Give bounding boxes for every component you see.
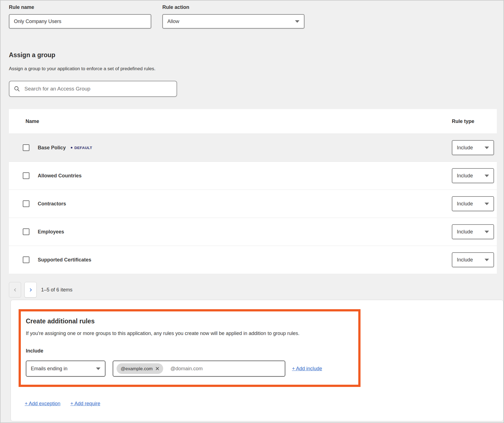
search-icon xyxy=(14,86,20,92)
rule-type-value: Include xyxy=(457,257,473,263)
rule-criteria-value: Emails ending in xyxy=(31,366,67,372)
chevron-down-icon xyxy=(485,147,489,149)
email-tag: @example.com xyxy=(117,363,163,374)
create-rules-description: If you're assigning one or more groups t… xyxy=(26,331,352,336)
row-checkbox[interactable] xyxy=(23,228,29,235)
add-include-link[interactable]: + Add include xyxy=(292,366,322,372)
chevron-down-icon xyxy=(96,367,100,370)
table-row: Contractors Include xyxy=(9,190,497,218)
chevron-left-icon xyxy=(13,288,17,292)
default-badge: DEFAULT xyxy=(71,146,92,150)
group-name: Base Policy xyxy=(38,145,66,151)
rule-criteria-select[interactable]: Emails ending in xyxy=(26,361,105,377)
column-header-name: Name xyxy=(26,119,39,124)
group-name: Supported Certificates xyxy=(38,257,91,263)
rule-type-select[interactable]: Include xyxy=(452,196,494,211)
rule-type-select[interactable]: Include xyxy=(452,168,494,183)
rule-type-value: Include xyxy=(457,145,473,151)
create-rules-heading: Create additional rules xyxy=(26,318,352,325)
rule-name-input[interactable] xyxy=(9,14,151,29)
rule-type-select[interactable]: Include xyxy=(452,252,494,267)
email-domains-input[interactable]: @example.com @domain.com xyxy=(113,361,285,377)
access-groups-table: Name Rule type Base Policy DEFAULT Inclu… xyxy=(9,109,497,274)
chevron-down-icon xyxy=(485,175,489,177)
group-name: Employees xyxy=(38,229,64,235)
chevron-down-icon xyxy=(485,259,489,261)
pagination: 1–5 of 6 items xyxy=(9,282,503,298)
include-label: Include xyxy=(26,348,352,354)
email-input-placeholder: @domain.com xyxy=(170,366,203,372)
include-rule-row: Emails ending in @example.com @domain xyxy=(26,361,352,377)
group-name: Contractors xyxy=(38,201,66,207)
rule-action-value: Allow xyxy=(167,19,179,24)
add-require-link[interactable]: + Add require xyxy=(70,401,100,407)
rule-form: Rule name Rule action Allow xyxy=(9,4,503,29)
rule-name-label: Rule name xyxy=(9,4,151,10)
row-checkbox[interactable] xyxy=(23,200,29,207)
table-row: Base Policy DEFAULT Include xyxy=(9,134,497,162)
prev-page-button[interactable] xyxy=(9,282,21,298)
bullet-icon xyxy=(71,147,72,148)
pagination-label: 1–5 of 6 items xyxy=(41,287,72,293)
remove-tag-icon[interactable] xyxy=(156,367,159,370)
chevron-down-icon xyxy=(485,203,489,205)
rule-action-label: Rule action xyxy=(162,4,304,10)
default-badge-label: DEFAULT xyxy=(74,146,92,150)
rule-type-select[interactable]: Include xyxy=(452,224,494,239)
access-group-search[interactable] xyxy=(9,81,177,97)
column-header-rule-type: Rule type xyxy=(452,119,495,124)
email-tag-label: @example.com xyxy=(121,366,153,371)
highlighted-region: Create additional rules If you're assign… xyxy=(19,309,361,387)
table-row: Supported Certificates Include xyxy=(9,246,497,274)
table-row: Allowed Countries Include xyxy=(9,162,497,190)
next-page-button[interactable] xyxy=(24,282,37,298)
chevron-down-icon xyxy=(295,20,299,23)
rule-type-select[interactable]: Include xyxy=(452,140,494,155)
row-checkbox[interactable] xyxy=(23,172,29,179)
chevron-right-icon xyxy=(29,288,33,292)
row-checkbox[interactable] xyxy=(23,256,29,263)
search-input[interactable] xyxy=(24,85,172,92)
add-exception-link[interactable]: + Add exception xyxy=(25,401,61,407)
table-header: Name Rule type xyxy=(9,109,497,134)
table-row: Employees Include xyxy=(9,218,497,246)
assign-group-description: Assign a group to your application to en… xyxy=(9,66,503,72)
rule-type-value: Include xyxy=(457,173,473,179)
rule-action-select[interactable]: Allow xyxy=(162,14,304,29)
rule-action-field: Rule action Allow xyxy=(162,4,304,29)
rule-name-field: Rule name xyxy=(9,4,151,29)
rule-links-row: + Add exception + Add require xyxy=(25,401,503,407)
access-rule-page: Rule name Rule action Allow Assign a gro… xyxy=(0,0,504,423)
additional-rules-card: Create additional rules If you're assign… xyxy=(11,300,503,421)
group-name: Allowed Countries xyxy=(38,173,82,179)
rule-type-value: Include xyxy=(457,229,473,235)
assign-group-heading: Assign a group xyxy=(9,51,503,59)
row-checkbox[interactable] xyxy=(23,144,29,151)
rule-type-value: Include xyxy=(457,201,473,207)
chevron-down-icon xyxy=(485,231,489,233)
